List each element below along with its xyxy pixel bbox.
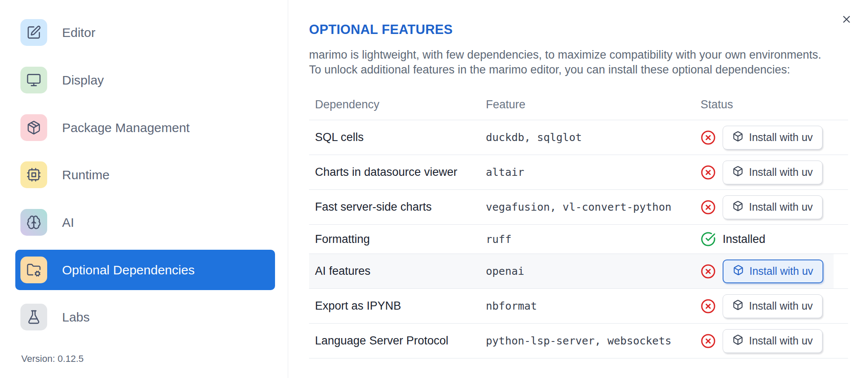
status-cell: Install with uv	[701, 126, 848, 150]
install-with-uv-button[interactable]: Install with uv	[723, 260, 823, 283]
feature-cell: ruff	[486, 233, 701, 245]
table-row: Charts in datasource viewer altair Insta…	[309, 155, 848, 190]
package-icon	[20, 114, 47, 141]
feature-cell: duckdb, sqlglot	[486, 131, 701, 144]
sidebar-item-labs[interactable]: Labs	[15, 297, 275, 337]
install-with-uv-button[interactable]: Install with uv	[723, 294, 823, 318]
sidebar-item-optional-dependencies[interactable]: Optional Dependencies	[15, 250, 275, 290]
box-icon	[732, 334, 743, 348]
box-icon	[732, 131, 743, 144]
feature-cell: python-lsp-server, websockets	[486, 335, 701, 347]
install-button-label: Install with uv	[749, 201, 813, 213]
sidebar-item-label: Labs	[62, 310, 90, 324]
sidebar-item-package-management[interactable]: Package Management	[15, 107, 275, 148]
circle-x-icon	[701, 130, 716, 145]
install-button-label: Install with uv	[749, 300, 813, 312]
brain-icon	[20, 209, 47, 236]
settings-dialog: Editor Display Package Management Runtim…	[0, 0, 868, 378]
optional-features-panel: OPTIONAL FEATURES marimo is lightweight,…	[289, 0, 868, 378]
dependency-cell: Formatting	[309, 233, 486, 246]
table-row: SQL cells duckdb, sqlglot Install with u…	[309, 120, 848, 155]
feature-cell: altair	[486, 166, 701, 178]
sidebar-item-label: Display	[62, 73, 104, 87]
install-with-uv-button[interactable]: Install with uv	[723, 329, 823, 353]
table-row: Export as IPYNB nbformat Install with uv	[309, 289, 848, 324]
sidebar-item-label: Runtime	[62, 168, 110, 182]
version-label: Version: 0.12.5	[21, 353, 84, 364]
sidebar-item-label: Package Management	[62, 121, 190, 135]
optional-dependencies-table: Dependency Feature Status SQL cells duck…	[309, 89, 848, 358]
install-button-label: Install with uv	[749, 265, 813, 277]
dependency-cell: Language Server Protocol	[309, 334, 486, 347]
panel-description: marimo is lightweight, with few dependen…	[309, 48, 821, 77]
x-icon	[841, 14, 852, 26]
dependency-cell: Fast server-side charts	[309, 200, 486, 214]
flask-icon	[20, 304, 47, 330]
box-icon	[732, 200, 743, 214]
sidebar-item-display[interactable]: Display	[15, 60, 275, 100]
circle-x-icon	[701, 333, 716, 349]
table-row: Fast server-side charts vegafusion, vl-c…	[309, 190, 848, 225]
dependency-cell: Charts in datasource viewer	[309, 166, 486, 179]
status-cell: Install with uv	[701, 195, 848, 219]
column-header-dependency: Dependency	[309, 98, 486, 111]
install-with-uv-button[interactable]: Install with uv	[723, 126, 823, 150]
feature-cell: vegafusion, vl-convert-python	[486, 201, 701, 213]
column-header-feature: Feature	[486, 98, 701, 111]
table-row: Formatting ruff Installed	[309, 225, 848, 254]
circle-x-icon	[701, 165, 716, 180]
cpu-icon	[20, 161, 47, 188]
install-with-uv-button[interactable]: Install with uv	[723, 195, 823, 219]
table-row: AI features openai Install with uv	[309, 254, 848, 289]
sidebar-item-label: AI	[62, 215, 74, 230]
box-icon	[732, 166, 743, 179]
column-header-status: Status	[701, 98, 848, 111]
dependency-cell: SQL cells	[309, 131, 486, 144]
page-title: OPTIONAL FEATURES	[309, 22, 453, 37]
close-button[interactable]	[838, 12, 854, 28]
sidebar-item-ai[interactable]: AI	[15, 202, 275, 243]
status-cell: Installed	[701, 231, 848, 247]
status-cell: Install with uv	[701, 161, 848, 184]
square-pen-icon	[20, 19, 47, 46]
status-cell: Install with uv	[701, 329, 848, 353]
feature-cell: nbformat	[486, 300, 701, 312]
circle-x-icon	[701, 200, 716, 215]
sidebar-item-runtime[interactable]: Runtime	[15, 155, 275, 195]
box-icon	[732, 299, 743, 313]
table-row: Language Server Protocol python-lsp-serv…	[309, 324, 848, 358]
sidebar-item-label: Optional Dependencies	[62, 263, 195, 277]
table-header-row: Dependency Feature Status	[309, 89, 848, 120]
install-button-label: Install with uv	[749, 166, 813, 178]
status-cell: Install with uv	[701, 260, 848, 283]
folder-cog-icon	[20, 257, 47, 283]
status-cell: Install with uv	[701, 294, 848, 318]
description-line: To unlock additional features in the mar…	[309, 62, 821, 77]
box-icon	[733, 265, 744, 278]
sidebar-item-editor[interactable]: Editor	[15, 12, 275, 53]
monitor-icon	[20, 67, 47, 93]
dependency-cell: Export as IPYNB	[309, 299, 486, 313]
sidebar-item-label: Editor	[62, 25, 95, 40]
install-button-label: Install with uv	[749, 335, 813, 347]
installed-label: Installed	[723, 233, 766, 246]
circle-check-icon	[701, 231, 716, 247]
circle-x-icon	[701, 299, 716, 314]
dependency-cell: AI features	[309, 265, 486, 278]
install-button-label: Install with uv	[749, 131, 813, 144]
settings-sidebar: Editor Display Package Management Runtim…	[0, 0, 288, 378]
feature-cell: openai	[486, 265, 701, 277]
description-line: marimo is lightweight, with few dependen…	[309, 48, 821, 62]
circle-x-icon	[701, 264, 716, 279]
install-with-uv-button[interactable]: Install with uv	[723, 161, 823, 184]
